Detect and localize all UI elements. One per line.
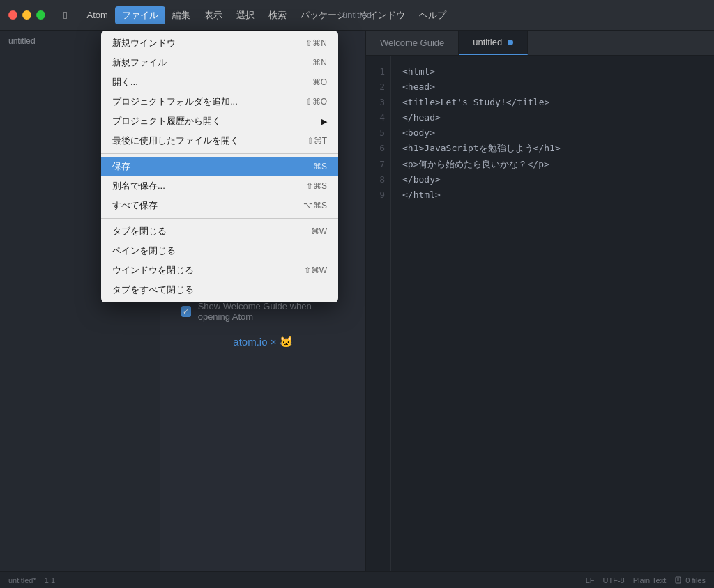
editor-pane: Welcome Guide untitled 123456789 <html><… [365, 31, 714, 571]
apple-menu[interactable]:  [56, 6, 74, 24]
menu-shortcut: ⌘O [312, 77, 327, 87]
menu-item-3[interactable]: プロジェクトフォルダを追加...⇧⌘O [101, 92, 338, 111]
help-menu[interactable]: ヘルプ [412, 6, 453, 24]
menu-shortcut: ⌥⌘S [303, 201, 327, 210]
modified-dot [508, 40, 513, 45]
file-menu[interactable]: ファイル [115, 6, 165, 24]
checkbox-row: Show Welcome Guide when opening Atom [181, 301, 344, 322]
menu-label: 新規ウインドウ [112, 37, 278, 49]
menu-item-12[interactable]: タブをすべて閉じる [101, 280, 338, 300]
menu-label: プロジェクト履歴から開く [112, 115, 316, 127]
menu-item-2[interactable]: 開く...⌘O [101, 72, 338, 92]
editor-tabs: Welcome Guide untitled [366, 31, 714, 56]
times-icon: × 🐱 [271, 336, 293, 348]
menu-shortcut: ⇧⌘N [305, 38, 327, 48]
tab-label-untitled: untitled [473, 37, 502, 47]
maximize-button[interactable] [36, 10, 45, 20]
statusbar: untitled* 1:1 LF UTF-8 Plain Text 0 file… [0, 571, 714, 588]
titlebar:  Atom ファイル 編集 表示 選択 検索 パッケージ ウインドウ ヘルプ … [0, 0, 714, 31]
menubar:  Atom ファイル 編集 表示 選択 検索 パッケージ ウインドウ ヘルプ [56, 6, 453, 24]
atom-footer-link[interactable]: atom.io × 🐱 [233, 336, 292, 348]
code-line: <html> [402, 64, 703, 79]
status-files-count: 0 files [685, 576, 706, 585]
edit-menu[interactable]: 編集 [165, 6, 197, 24]
menu-shortcut: ⌘W [311, 226, 327, 236]
menu-label: ウインドウを閉じる [112, 264, 276, 277]
code-line: </body> [402, 172, 703, 187]
code-line: <title>Let's Study!</title> [402, 95, 703, 110]
menu-divider [101, 218, 338, 219]
close-button[interactable] [8, 10, 17, 20]
status-filename: untitled* [8, 576, 36, 585]
tab-untitled[interactable]: untitled [459, 31, 528, 55]
menu-shortcut: ⇧⌘T [307, 136, 327, 146]
view-menu[interactable]: 表示 [197, 6, 229, 24]
traffic-lights [8, 10, 45, 20]
status-line-ending[interactable]: LF [586, 576, 595, 585]
code-line: <p>何から始めたら良いかな？</p> [402, 157, 703, 172]
menu-item-11[interactable]: ウインドウを閉じる⇧⌘W [101, 261, 338, 280]
menu-label: プロジェクトフォルダを追加... [112, 95, 278, 108]
menu-label: 保存 [112, 160, 285, 173]
menu-label: タブを閉じる [112, 225, 283, 238]
code-area[interactable]: <html><head><title>Let's Study!</title><… [391, 56, 714, 571]
menu-shortcut: ⇧⌘O [305, 97, 327, 107]
status-right: LF UTF-8 Plain Text 0 files [586, 576, 706, 585]
menu-label: 新規ファイル [112, 56, 284, 69]
line-numbers: 123456789 [366, 56, 391, 571]
file-icon [674, 576, 683, 585]
menu-label: 開く... [112, 76, 284, 88]
menu-label: ペインを閉じる [112, 245, 327, 257]
menu-shortcut: ⇧⌘S [306, 181, 327, 191]
tab-welcome-guide[interactable]: Welcome Guide [366, 31, 459, 55]
status-files: 0 files [674, 576, 706, 585]
menu-item-0[interactable]: 新規ウインドウ⇧⌘N [101, 33, 338, 53]
selection-menu[interactable]: 選択 [229, 6, 261, 24]
menu-divider [101, 153, 338, 154]
menu-shortcut: ⇧⌘W [304, 265, 327, 275]
menu-label: 別名で保存... [112, 180, 278, 192]
tab-label-welcome: Welcome Guide [380, 38, 444, 48]
menu-shortcut: ⌘N [312, 58, 327, 68]
file-dropdown-menu: 新規ウインドウ⇧⌘N新規ファイル⌘N開く...⌘Oプロジェクトフォルダを追加..… [101, 31, 338, 302]
atom-menu[interactable]: Atom [79, 7, 114, 23]
code-line: </html> [402, 187, 703, 203]
menu-item-1[interactable]: 新規ファイル⌘N [101, 53, 338, 72]
code-line: <head> [402, 79, 703, 95]
menu-item-10[interactable]: ペインを閉じる [101, 241, 338, 261]
menu-label: 最後に使用したファイルを開く [112, 134, 279, 147]
menu-item-4[interactable]: プロジェクト履歴から開く▶ [101, 111, 338, 131]
search-menu[interactable]: 検索 [261, 6, 294, 24]
menu-label: タブをすべて閉じる [112, 284, 327, 296]
window-title: untitled [342, 10, 372, 20]
show-welcome-checkbox[interactable] [181, 306, 191, 317]
editor-content: 123456789 <html><head><title>Let's Study… [366, 56, 714, 571]
menu-item-5[interactable]: 最後に使用したファイルを開く⇧⌘T [101, 131, 338, 150]
status-grammar[interactable]: Plain Text [633, 576, 667, 585]
menu-item-6[interactable]: 保存⌘S [101, 157, 338, 176]
status-position: 1:1 [45, 576, 55, 585]
submenu-arrow-icon: ▶ [321, 117, 327, 126]
status-left: untitled* 1:1 [8, 576, 55, 585]
atom-io-label[interactable]: atom.io [233, 336, 267, 348]
menu-label: すべて保存 [112, 199, 275, 212]
status-encoding[interactable]: UTF-8 [603, 576, 625, 585]
minimize-button[interactable] [22, 10, 31, 20]
menu-shortcut: ⌘S [313, 162, 327, 171]
menu-item-7[interactable]: 別名で保存...⇧⌘S [101, 176, 338, 196]
code-line: <body> [402, 125, 703, 141]
code-line: </head> [402, 110, 703, 125]
menu-item-9[interactable]: タブを閉じる⌘W [101, 222, 338, 241]
menu-item-8[interactable]: すべて保存⌥⌘S [101, 196, 338, 215]
code-line: <h1>JavaScriptを勉強しよう</h1> [402, 141, 703, 156]
checkbox-label: Show Welcome Guide when opening Atom [198, 301, 344, 322]
